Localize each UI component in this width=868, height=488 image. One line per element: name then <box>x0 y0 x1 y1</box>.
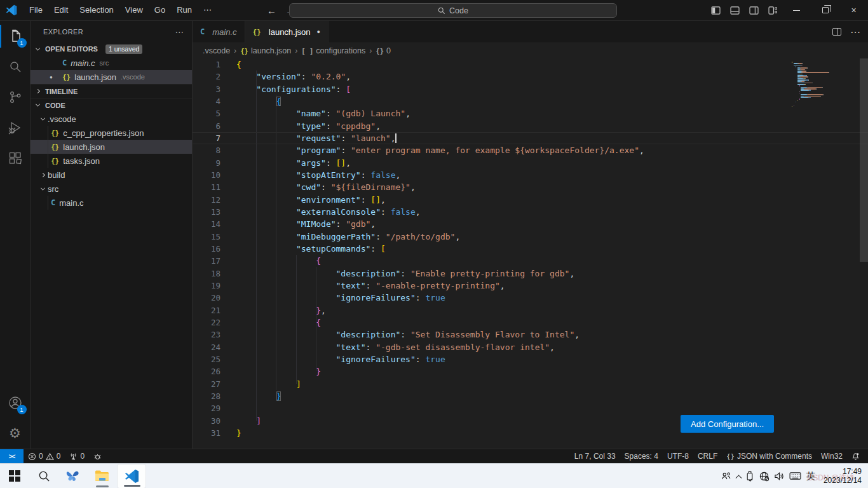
line-number[interactable]: 3 <box>193 83 220 95</box>
line-number[interactable]: 14 <box>193 218 220 230</box>
modified-dot-icon[interactable]: ● <box>317 29 320 35</box>
code-line-5[interactable]: 5 "name": "(gdb) Launch", <box>193 107 868 119</box>
toggle-secondary-sidebar-icon[interactable] <box>744 0 763 20</box>
line-number[interactable]: 1 <box>193 58 220 71</box>
breadcrumb-item-configurations[interactable]: [ ]configurations <box>301 46 365 55</box>
run-debug-activity-icon[interactable] <box>0 112 31 143</box>
code-section-header[interactable]: CODE <box>31 98 192 112</box>
code-line-19[interactable]: 19 "text": "-enable-pretty-printing", <box>193 280 868 292</box>
open-editor-launch.json[interactable]: ●{}launch.json.vscode <box>31 70 192 84</box>
code-line-8[interactable]: 8 "program": "enter program name, for ex… <box>193 144 868 156</box>
vscode-taskbar-button[interactable] <box>117 464 146 488</box>
debug-status[interactable] <box>89 449 107 463</box>
code-line-22[interactable]: 22 { <box>193 316 868 329</box>
code-line-7[interactable]: 7 "request": "launch", <box>193 132 868 144</box>
ports-status[interactable]: 0 <box>65 449 89 463</box>
close-button[interactable]: × <box>839 0 868 20</box>
line-number[interactable]: 28 <box>193 390 220 402</box>
code-line-25[interactable]: 25 "ignoreFailures": true <box>193 353 868 365</box>
code-line-13[interactable]: 13 "externalConsole": false, <box>193 206 868 218</box>
line-number[interactable]: 8 <box>193 144 220 156</box>
code-line-2[interactable]: 2 "version": "0.2.0", <box>193 71 868 83</box>
extensions-activity-icon[interactable] <box>0 143 31 173</box>
line-number[interactable]: 21 <box>193 304 220 316</box>
notifications-bell-icon[interactable] <box>847 449 864 463</box>
tree-item-.vscode[interactable]: .vscode <box>31 112 192 126</box>
minimize-button[interactable] <box>782 0 811 20</box>
code-line-28[interactable]: 28 } <box>193 390 868 402</box>
menu-item-more[interactable]: ⋯ <box>198 3 217 17</box>
code-line-17[interactable]: 17 { <box>193 255 868 267</box>
explorer-more-actions-icon[interactable]: ⋯ <box>175 27 184 37</box>
code-line-21[interactable]: 21 }, <box>193 304 868 316</box>
code-line-20[interactable]: 20 "ignoreFailures": true <box>193 292 868 304</box>
menu-item-file[interactable]: File <box>24 3 48 17</box>
line-number[interactable]: 19 <box>193 280 220 292</box>
problems-status[interactable]: 0 0 <box>24 449 65 463</box>
line-number[interactable]: 16 <box>193 243 220 255</box>
status-json-with-comments[interactable]: {}JSON with Comments <box>722 449 817 463</box>
source-control-activity-icon[interactable] <box>0 82 31 112</box>
network-globe-icon[interactable] <box>759 471 770 482</box>
line-number[interactable]: 24 <box>193 341 220 353</box>
timeline-header[interactable]: TIMELINE <box>31 84 192 98</box>
add-configuration-button[interactable]: Add Configuration... <box>681 415 774 433</box>
tree-item-tasks.json[interactable]: {}tasks.json <box>31 154 192 168</box>
code-line-15[interactable]: 15 "miDebuggerPath": "/path/to/gdb", <box>193 231 868 243</box>
status-ln-7-col-33[interactable]: Ln 7, Col 33 <box>570 449 620 463</box>
line-number[interactable]: 5 <box>193 107 220 119</box>
code-line-1[interactable]: 1{ <box>193 58 868 71</box>
breadcrumb-item-.vscode[interactable]: .vscode <box>203 46 230 55</box>
code-line-11[interactable]: 11 "cwd": "${fileDirname}", <box>193 181 868 193</box>
tab-main-c[interactable]: C main.c <box>193 21 245 43</box>
line-number[interactable]: 22 <box>193 316 220 329</box>
tree-item-src[interactable]: src <box>31 182 192 196</box>
line-number[interactable]: 25 <box>193 353 220 365</box>
line-number[interactable]: 6 <box>193 120 220 132</box>
search-activity-icon[interactable] <box>0 51 31 82</box>
line-number[interactable]: 13 <box>193 206 220 218</box>
restore-button[interactable] <box>811 0 839 20</box>
line-number[interactable]: 7 <box>193 132 220 144</box>
code-line-16[interactable]: 16 "setupCommands": [ <box>193 243 868 255</box>
toggle-panel-icon[interactable] <box>725 0 744 20</box>
line-number[interactable]: 29 <box>193 402 220 414</box>
editor-more-actions-icon[interactable]: ⋯ <box>850 26 860 38</box>
speaker-icon[interactable] <box>774 471 785 481</box>
status-win32[interactable]: Win32 <box>817 449 847 463</box>
menu-item-go[interactable]: Go <box>149 3 171 17</box>
code-line-27[interactable]: 27 ] <box>193 378 868 390</box>
tab-launch-json[interactable]: {} launch.json ● <box>245 21 329 43</box>
line-number[interactable]: 15 <box>193 231 220 243</box>
code-line-24[interactable]: 24 "text": "-gdb-set disassembly-flavor … <box>193 341 868 353</box>
line-number[interactable]: 11 <box>193 181 220 193</box>
code-line-26[interactable]: 26 } <box>193 365 868 377</box>
code-editor[interactable]: 1{2 "version": "0.2.0",3 "configurations… <box>193 58 868 449</box>
code-line-9[interactable]: 9 "args": [], <box>193 157 868 169</box>
breadcrumb-item-0[interactable]: {}0 <box>376 46 391 55</box>
code-line-18[interactable]: 18 "description": "Enable pretty-printin… <box>193 268 868 280</box>
line-number[interactable]: 31 <box>193 427 220 439</box>
people-icon[interactable] <box>721 471 732 481</box>
back-arrow-icon[interactable]: ← <box>267 5 276 16</box>
code-line-14[interactable]: 14 "MIMode": "gdb", <box>193 218 868 230</box>
split-editor-icon[interactable] <box>832 28 841 36</box>
code-line-23[interactable]: 23 "description": "Set Disassembly Flavo… <box>193 329 868 341</box>
code-line-4[interactable]: 4 { <box>193 95 868 107</box>
line-number[interactable]: 2 <box>193 71 220 83</box>
menu-item-edit[interactable]: Edit <box>48 3 74 17</box>
code-line-10[interactable]: 10 "stopAtEntry": false, <box>193 169 868 181</box>
tree-item-build[interactable]: build <box>31 168 192 182</box>
file-explorer-button[interactable] <box>88 464 117 488</box>
line-number[interactable]: 18 <box>193 268 220 280</box>
line-number[interactable]: 12 <box>193 194 220 206</box>
tree-item-launch.json[interactable]: {}launch.json <box>31 140 192 154</box>
line-number[interactable]: 26 <box>193 365 220 377</box>
line-number[interactable]: 9 <box>193 157 220 169</box>
explorer-activity-icon[interactable]: 1 <box>0 21 31 51</box>
customize-layout-icon[interactable] <box>763 0 782 20</box>
line-number[interactable]: 27 <box>193 378 220 390</box>
line-number[interactable]: 30 <box>193 415 220 427</box>
code-line-29[interactable]: 29 <box>193 402 868 414</box>
settings-gear-icon[interactable]: ⚙ <box>0 418 31 449</box>
